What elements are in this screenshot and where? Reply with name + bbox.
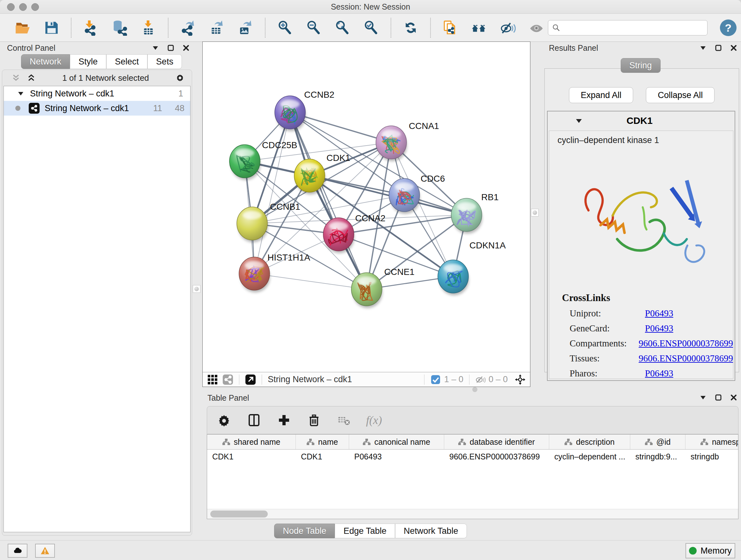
delete-column-trash-icon[interactable] xyxy=(306,412,322,428)
memory-button[interactable]: Memory xyxy=(685,543,735,558)
show-hidden-button[interactable] xyxy=(528,19,545,37)
network-edge[interactable] xyxy=(254,273,367,289)
network-edge[interactable] xyxy=(254,112,290,273)
network-edge[interactable] xyxy=(290,112,367,289)
network-node-cdc25b[interactable]: CDC25B xyxy=(229,140,297,180)
column-header-name[interactable]: name xyxy=(296,435,349,449)
network-node-cdk1[interactable]: CDK1 xyxy=(294,153,350,194)
crosslink-link[interactable]: P06493 xyxy=(645,323,673,334)
crosslink-label: GeneCard: xyxy=(569,323,633,334)
import-table-button[interactable] xyxy=(139,19,157,37)
column-header--id[interactable]: @id xyxy=(630,435,685,449)
import-network-file-button[interactable] xyxy=(82,19,100,37)
panel-float-icon[interactable] xyxy=(715,394,722,401)
show-columns-icon[interactable] xyxy=(246,412,262,428)
search-field[interactable] xyxy=(548,20,708,36)
collapse-all-icon[interactable] xyxy=(11,73,21,83)
first-neighbors-button[interactable] xyxy=(470,19,488,37)
table-cell[interactable]: stringdb xyxy=(685,449,738,463)
table-cell[interactable]: CDK1 xyxy=(207,449,296,463)
table-settings-gear-icon[interactable] xyxy=(216,412,232,428)
crosslink-link[interactable]: 9606.ENSP00000378699 xyxy=(638,353,733,364)
table-cell[interactable]: cyclin–dependent ... xyxy=(549,449,630,463)
panel-float-icon[interactable] xyxy=(167,44,174,51)
panel-menu-icon[interactable] xyxy=(699,394,706,401)
fit-selected-crosshair-icon[interactable] xyxy=(515,374,526,385)
network-node-hist1h1a[interactable]: HIST1H1A xyxy=(239,253,310,293)
table-row[interactable]: CDK1CDK1P064939606.ENSP00000378699cyclin… xyxy=(207,449,738,463)
panel-close-icon[interactable] xyxy=(730,44,737,51)
import-network-database-button[interactable] xyxy=(111,19,129,37)
help-button[interactable]: ? xyxy=(720,19,737,36)
table-horizontal-scrollbar[interactable] xyxy=(207,509,738,519)
expand-all-icon[interactable] xyxy=(26,73,36,83)
horizontal-splitter-handle[interactable] xyxy=(472,387,477,392)
crosslink-link[interactable]: P06493 xyxy=(645,368,673,379)
copy-network-button[interactable] xyxy=(441,19,459,37)
export-network-button[interactable] xyxy=(179,19,197,37)
tab-select[interactable]: Select xyxy=(106,54,147,69)
scrollbar-thumb[interactable] xyxy=(210,510,268,517)
birdseye-grid-icon[interactable] xyxy=(207,374,218,385)
network-node-ccna1[interactable]: CCNA1 xyxy=(376,121,439,161)
table-cell[interactable]: 9606.ENSP00000378699 xyxy=(444,449,549,463)
network-collection-row[interactable]: String Network – cdk1 1 xyxy=(4,86,190,101)
network-node-cdkn1a[interactable]: CDKN1A xyxy=(438,240,506,295)
network-graph[interactable]: CCNB2CCNA1CDC25BCDK1CDC6RB1CCNB1CCNA2CDK… xyxy=(203,42,530,372)
collapse-all-button[interactable]: Collapse All xyxy=(646,87,715,103)
create-column-plus-icon[interactable] xyxy=(276,412,292,428)
right-splitter-handle[interactable] xyxy=(531,209,539,216)
left-splitter-handle[interactable] xyxy=(193,285,200,293)
warnings-button[interactable] xyxy=(35,544,55,558)
tab-network[interactable]: Network xyxy=(21,54,70,69)
open-session-button[interactable] xyxy=(14,19,31,37)
table-cell[interactable]: stringdb:9... xyxy=(630,449,685,463)
panel-menu-icon[interactable] xyxy=(152,44,159,51)
search-input[interactable] xyxy=(563,23,707,33)
tab-style[interactable]: Style xyxy=(70,54,106,69)
network-options-gear-icon[interactable] xyxy=(175,73,185,83)
expand-all-button[interactable]: Expand All xyxy=(569,87,633,103)
zoom-in-button[interactable] xyxy=(276,19,294,37)
export-table-button[interactable] xyxy=(208,19,226,37)
cloud-status-button[interactable] xyxy=(8,544,27,558)
panel-float-icon[interactable] xyxy=(715,44,722,51)
collection-collapse-caret-icon[interactable] xyxy=(17,90,24,97)
gene-collapse-caret-icon[interactable] xyxy=(575,117,583,125)
network-row[interactable]: String Network – cdk1 11 48 xyxy=(4,101,190,116)
tab-string[interactable]: String xyxy=(621,58,661,73)
panel-close-icon[interactable] xyxy=(730,394,737,401)
column-header-canonical-name[interactable]: canonical name xyxy=(349,435,444,449)
column-header-label: namespace xyxy=(712,437,738,447)
crosslink-link[interactable]: 9606.ENSP00000378699 xyxy=(638,338,733,349)
network-canvas[interactable]: CCNB2CCNA1CDC25BCDK1CDC6RB1CCNB1CCNA2CDK… xyxy=(202,42,530,387)
network-node-rb1[interactable]: RB1 xyxy=(451,192,498,234)
selected-nodes-checkbox-icon[interactable] xyxy=(430,374,441,385)
zoom-out-button[interactable] xyxy=(305,19,323,37)
hidden-eye-slash-icon[interactable] xyxy=(475,374,486,385)
column-header-shared-name[interactable]: shared name xyxy=(207,435,296,449)
network-node-ccne1[interactable]: CCNE1 xyxy=(351,267,414,308)
crosslink-link[interactable]: P06493 xyxy=(645,308,673,319)
table-cell[interactable]: P06493 xyxy=(349,449,444,463)
network-node-ccnb2[interactable]: CCNB2 xyxy=(275,90,334,131)
zoom-fit-button[interactable] xyxy=(333,19,351,37)
open-in-new-window-icon[interactable] xyxy=(245,374,256,385)
refresh-view-button[interactable] xyxy=(402,19,420,37)
tab-node-table[interactable]: Node Table xyxy=(274,523,335,538)
zoom-selected-button[interactable] xyxy=(362,19,380,37)
network-view-title: String Network – cdk1 xyxy=(268,374,352,384)
column-header-database-identifier[interactable]: database identifier xyxy=(444,435,549,449)
table-cell[interactable]: CDK1 xyxy=(296,449,349,463)
panel-close-icon[interactable] xyxy=(183,44,190,51)
save-session-button[interactable] xyxy=(43,19,60,37)
panel-menu-icon[interactable] xyxy=(699,44,706,51)
hide-selected-button[interactable] xyxy=(499,19,517,37)
tab-network-table[interactable]: Network Table xyxy=(395,523,467,538)
tab-sets[interactable]: Sets xyxy=(147,54,182,69)
column-header-description[interactable]: description xyxy=(549,435,630,449)
tab-edge-table[interactable]: Edge Table xyxy=(335,523,395,538)
column-header-namespace[interactable]: namespace xyxy=(685,435,738,449)
export-image-button[interactable] xyxy=(237,19,254,37)
network-overview-icon[interactable] xyxy=(222,374,233,385)
